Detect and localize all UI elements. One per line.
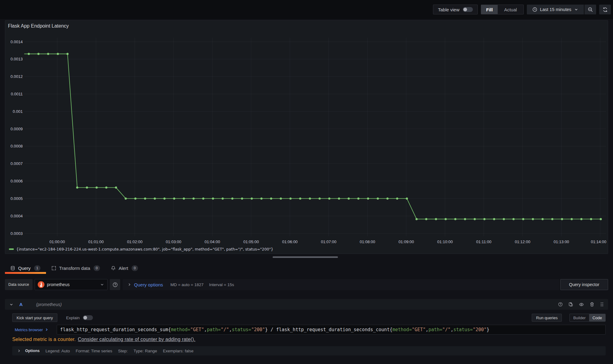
database-icon xyxy=(10,266,15,270)
interval-stat: Interval = 15s xyxy=(209,282,234,287)
query-ref-id: A xyxy=(19,302,23,307)
help-icon[interactable] xyxy=(558,302,563,307)
query-inspector-button[interactable]: Query inspector xyxy=(560,279,608,290)
options-label: Options xyxy=(25,349,40,353)
metrics-browser-label: Metrics browser xyxy=(15,328,43,332)
tab-alert-label: Alert xyxy=(119,266,128,271)
svg-text:0.0004: 0.0004 xyxy=(10,214,23,218)
query-options-label: Query options xyxy=(134,282,163,287)
datasource-label: Data source xyxy=(5,279,33,290)
svg-text:0.0012: 0.0012 xyxy=(10,74,23,79)
options-step-stat: Step: xyxy=(118,349,128,353)
svg-text:0.0007: 0.0007 xyxy=(10,161,23,166)
latency-chart[interactable]: 0.00140.00130.00120.00110.0010.00090.000… xyxy=(5,21,608,246)
fill-option[interactable]: Fill xyxy=(481,5,498,14)
counter-warning: Selected metric is a counter. Consider c… xyxy=(12,337,195,342)
run-queries-button[interactable]: Run queries xyxy=(532,314,562,322)
svg-text:0.0005: 0.0005 xyxy=(10,196,23,201)
query-editor-row: Metrics browser flask_http_request_durat… xyxy=(12,325,606,335)
svg-text:01:03:00: 01:03:00 xyxy=(166,239,182,244)
chevron-right-icon xyxy=(45,328,48,331)
svg-text:01:07:00: 01:07:00 xyxy=(321,239,336,244)
tab-alert-count: 0 xyxy=(132,265,138,271)
svg-text:0.0009: 0.0009 xyxy=(10,127,23,131)
options-format-stat: Format: Time series xyxy=(76,349,112,353)
svg-text:01:09:00: 01:09:00 xyxy=(398,239,414,244)
warning-rate-link[interactable]: Consider calculating rate of counter by … xyxy=(78,337,195,342)
promql-code-input[interactable]: flask_http_request_duration_seconds_sum{… xyxy=(57,325,606,335)
chevron-right-icon xyxy=(17,349,21,353)
kick-start-query-button[interactable]: Kick start your query xyxy=(12,313,57,322)
svg-text:0.001: 0.001 xyxy=(13,109,23,114)
tab-transform-count: 0 xyxy=(94,265,100,271)
tab-transform-data[interactable]: Transform data 0 xyxy=(46,262,105,274)
time-picker-group: Last 15 minutes xyxy=(527,5,596,14)
series-legend-label[interactable]: {instance="ec2-184-169-216-224.us-west-1… xyxy=(16,247,273,251)
chevron-right-icon xyxy=(128,283,131,286)
options-legend-stat: Legend: Auto xyxy=(45,349,70,353)
warning-text: Selected metric is a counter. xyxy=(12,337,76,342)
code-mode-option[interactable]: Code xyxy=(589,314,605,321)
actual-option[interactable]: Actual xyxy=(498,5,523,14)
tab-query-label: Query xyxy=(18,266,31,271)
svg-text:0.0013: 0.0013 xyxy=(10,57,23,61)
query-options-collapsible[interactable]: Options Legend: Auto Format: Time series… xyxy=(12,346,606,355)
series-color-swatch[interactable] xyxy=(9,248,14,250)
datasource-value: prometheus xyxy=(47,282,98,287)
tab-transform-label: Transform data xyxy=(59,266,90,271)
zoom-out-button[interactable] xyxy=(584,5,596,14)
query-options-header[interactable]: Query options MD = auto = 1827 Interval … xyxy=(123,279,559,290)
table-view-label: Table view xyxy=(438,7,459,12)
svg-text:0.0011: 0.0011 xyxy=(11,92,23,96)
chevron-down-icon xyxy=(100,282,104,287)
options-type-stat: Type: Range xyxy=(134,349,157,353)
svg-text:0.0006: 0.0006 xyxy=(10,179,23,183)
svg-text:01:08:00: 01:08:00 xyxy=(360,239,375,244)
clock-icon xyxy=(532,7,537,12)
svg-text:01:01:00: 01:01:00 xyxy=(88,239,104,244)
svg-text:01:04:00: 01:04:00 xyxy=(205,239,220,244)
editor-tabs: Query 1 Transform data 0 Alert 0 xyxy=(5,262,144,274)
table-view-switch[interactable] xyxy=(463,7,473,12)
svg-text:01:11:00: 01:11:00 xyxy=(476,239,492,244)
bell-icon xyxy=(111,266,116,270)
tab-query[interactable]: Query 1 xyxy=(5,262,46,274)
svg-text:01:06:00: 01:06:00 xyxy=(282,239,298,244)
editor-mode-group: Builder Code xyxy=(569,314,606,322)
time-range-picker[interactable]: Last 15 minutes xyxy=(527,5,584,14)
tab-alert[interactable]: Alert 0 xyxy=(105,262,144,274)
fill-actual-radio-group: Fill Actual xyxy=(481,5,523,14)
tab-query-count: 1 xyxy=(34,265,40,271)
timeseries-panel: Flask App Endpoint Latency 0.00140.00130… xyxy=(5,20,608,254)
svg-text:0.0008: 0.0008 xyxy=(10,144,23,148)
legend-row: {instance="ec2-184-169-216-224.us-west-1… xyxy=(9,247,273,251)
prometheus-logo-icon xyxy=(38,281,44,288)
refresh-icon xyxy=(603,7,608,12)
builder-mode-option[interactable]: Builder xyxy=(570,314,589,321)
svg-text:01:00:00: 01:00:00 xyxy=(49,239,65,244)
query-row-header[interactable]: A (prometheus) xyxy=(5,299,608,310)
time-range-label: Last 15 minutes xyxy=(540,7,571,12)
svg-text:01:05:00: 01:05:00 xyxy=(243,239,259,244)
table-view-toggle-group: Table view xyxy=(433,5,478,14)
eye-icon[interactable] xyxy=(579,302,584,307)
refresh-button[interactable] xyxy=(599,5,611,14)
transform-icon xyxy=(52,266,56,270)
explain-switch[interactable] xyxy=(83,315,93,320)
grafana-panel-editor: Table view Fill Actual Last 15 minutes xyxy=(0,0,613,364)
query-toolbar: Kick start your query Explain Run querie… xyxy=(12,313,606,322)
options-exemplars-stat: Exemplars: false xyxy=(163,349,193,353)
datasource-help-button[interactable] xyxy=(110,279,120,290)
metrics-browser-toggle[interactable]: Metrics browser xyxy=(12,328,57,332)
max-data-points-stat: MD = auto = 1827 xyxy=(170,282,204,287)
pane-resize-handle[interactable] xyxy=(273,256,338,258)
svg-text:01:02:00: 01:02:00 xyxy=(127,239,143,244)
chevron-down-icon xyxy=(9,302,13,307)
drag-handle-icon[interactable] xyxy=(600,302,604,307)
datasource-picker[interactable]: prometheus xyxy=(35,279,108,290)
svg-text:0.0014: 0.0014 xyxy=(10,40,23,44)
svg-text:01:12:00: 01:12:00 xyxy=(515,239,531,244)
duplicate-icon[interactable] xyxy=(569,302,573,307)
explain-label: Explain xyxy=(66,316,80,320)
trash-icon[interactable] xyxy=(590,302,594,307)
